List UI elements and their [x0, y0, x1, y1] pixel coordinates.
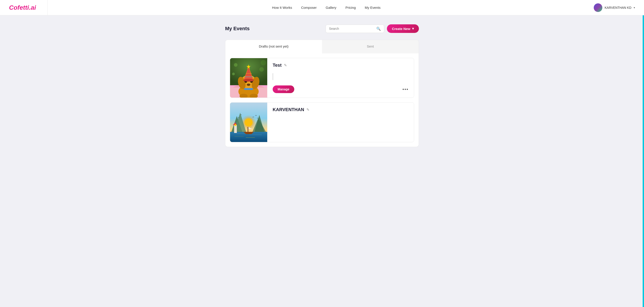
- user-menu[interactable]: KARVENTHAN KD ▾: [594, 4, 635, 12]
- page-title: My Events: [225, 26, 250, 32]
- user-menu-chevron-icon: ▾: [634, 6, 635, 9]
- svg-point-40: [234, 124, 236, 126]
- event-image-karventhan: [230, 102, 267, 142]
- nav-gallery[interactable]: Gallery: [326, 6, 336, 10]
- nav-pricing[interactable]: Pricing: [346, 6, 356, 10]
- main-nav: How It Works Composer Gallery Pricing My…: [59, 6, 594, 10]
- nav-how-it-works[interactable]: How It Works: [272, 6, 292, 10]
- svg-point-22: [259, 67, 264, 72]
- event-content-test: Test ✎ Manage •••: [267, 58, 414, 98]
- event-divider-test: [273, 73, 273, 80]
- svg-point-13: [247, 84, 250, 86]
- search-icon: 🔍: [376, 26, 381, 31]
- create-new-button[interactable]: Create New ▾: [387, 24, 419, 33]
- search-container: 🔍: [326, 24, 384, 33]
- svg-rect-14: [244, 88, 253, 90]
- tab-sent[interactable]: Sent: [322, 40, 419, 54]
- event-title-row-karventhan: KARVENTHAN ✎: [273, 107, 408, 112]
- main-content: My Events 🔍 Create New ▾ Drafts (not sen…: [220, 15, 424, 156]
- tab-drafts[interactable]: Drafts (not sent yet): [225, 40, 322, 54]
- manage-button-test[interactable]: Manage: [273, 86, 294, 93]
- user-name: KARVENTHAN KD: [604, 6, 632, 10]
- header-actions: 🔍 Create New ▾: [326, 24, 419, 33]
- create-new-label: Create New: [392, 27, 410, 31]
- event-card-karventhan: KARVENTHAN ✎: [230, 102, 414, 142]
- event-title-karventhan: KARVENTHAN: [273, 107, 304, 112]
- avatar: [594, 4, 602, 12]
- nav-composer[interactable]: Composer: [301, 6, 316, 10]
- more-options-icon-test[interactable]: •••: [402, 87, 408, 92]
- events-list: Test ✎ Manage •••: [225, 54, 419, 147]
- svg-point-24: [261, 60, 266, 65]
- edit-icon-test[interactable]: ✎: [284, 63, 287, 68]
- svg-point-21: [234, 63, 238, 67]
- header: Cofetti.ai How It Works Composer Gallery…: [0, 0, 644, 15]
- svg-rect-38: [234, 125, 237, 133]
- logo[interactable]: Cofetti.ai: [9, 0, 48, 15]
- nav-my-events[interactable]: My Events: [365, 6, 380, 10]
- event-title-row-test: Test ✎: [273, 63, 408, 68]
- event-actions-test: Manage •••: [273, 86, 408, 93]
- svg-rect-42: [248, 127, 248, 132]
- create-new-chevron-icon: ▾: [412, 26, 414, 31]
- svg-point-23: [232, 72, 235, 75]
- tabs-container: Drafts (not sent yet) Sent: [225, 40, 419, 54]
- event-content-karventhan: KARVENTHAN ✎: [267, 102, 414, 142]
- event-image-test: [230, 58, 267, 98]
- page-header: My Events 🔍 Create New ▾: [225, 24, 419, 33]
- svg-point-20: [243, 79, 254, 82]
- event-title-test: Test: [273, 63, 282, 68]
- right-accent-bar: [643, 15, 644, 307]
- event-card-test: Test ✎ Manage •••: [230, 58, 414, 98]
- search-input[interactable]: [329, 27, 376, 30]
- edit-icon-karventhan[interactable]: ✎: [306, 108, 310, 112]
